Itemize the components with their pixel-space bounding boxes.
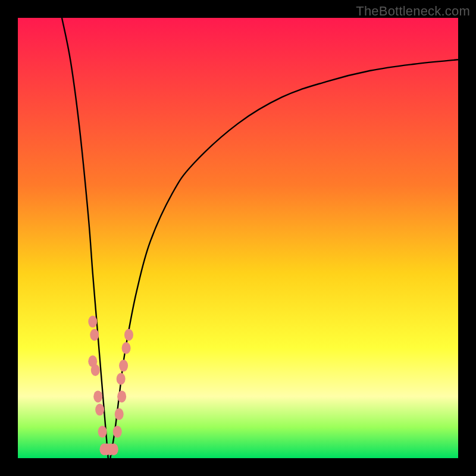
data-dot — [91, 364, 100, 376]
data-dot — [88, 316, 97, 328]
data-dot — [117, 390, 126, 402]
data-dot — [90, 329, 99, 341]
data-dot — [98, 426, 107, 438]
data-dot — [113, 426, 122, 438]
bottleneck-chart-svg — [18, 18, 458, 458]
data-dot — [124, 329, 133, 341]
data-dot — [119, 360, 128, 372]
data-dot — [93, 390, 102, 402]
data-dot — [109, 443, 118, 455]
data-dot — [117, 373, 126, 385]
data-dot — [115, 408, 124, 420]
gradient-background — [18, 18, 458, 458]
chart-frame: TheBottleneck.com — [0, 0, 476, 476]
data-dot — [95, 404, 104, 416]
watermark-text: TheBottleneck.com — [356, 4, 470, 19]
plot-area — [18, 18, 458, 458]
data-dot — [122, 342, 131, 354]
